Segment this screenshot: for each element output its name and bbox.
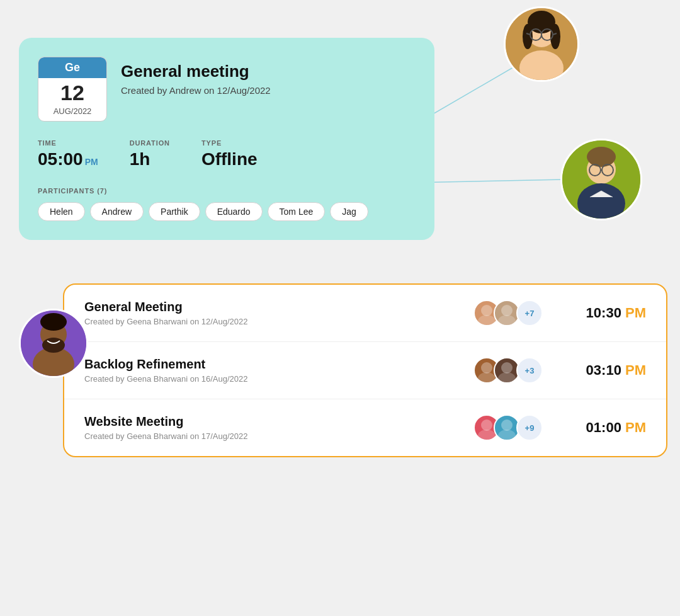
- duration-meta: DURATION 1h: [130, 139, 170, 169]
- svg-point-23: [42, 338, 65, 353]
- svg-point-36: [498, 430, 516, 440]
- svg-point-27: [501, 305, 513, 316]
- participant-tag-4[interactable]: Tom Lee: [268, 202, 326, 221]
- man-beard-avatar-image: [21, 311, 86, 376]
- meeting-list-title: Backlog Refinement: [84, 357, 473, 372]
- type-label: TYPE: [201, 139, 258, 147]
- time-suffix: PM: [625, 305, 646, 321]
- meeting-avatars: +3: [473, 357, 543, 384]
- participant-tag-5[interactable]: Jag: [330, 202, 368, 221]
- svg-point-24: [40, 313, 67, 331]
- woman-avatar-image: [506, 8, 577, 80]
- man-avatar-image: [562, 140, 640, 219]
- participant-tag-1[interactable]: Andrew: [90, 202, 144, 221]
- svg-point-34: [478, 430, 496, 440]
- svg-point-35: [501, 419, 513, 431]
- cal-month: AUG/2022: [54, 106, 92, 121]
- time-label: TIME: [38, 139, 98, 147]
- svg-point-7: [550, 24, 560, 49]
- meeting-list-created: Created by Geena Bharwani on 12/Aug/2022: [84, 317, 473, 326]
- duration-label: DURATION: [130, 139, 170, 147]
- avatar-man-glasses: [560, 139, 642, 220]
- meeting-list-info: Website MeetingCreated by Geena Bharwani…: [84, 414, 473, 441]
- cal-day: 12: [60, 78, 84, 106]
- meeting-list-info: Backlog RefinementCreated by Geena Bharw…: [84, 357, 473, 384]
- meeting-list-title: Website Meeting: [84, 414, 473, 429]
- time-value: 05:00PM: [38, 149, 98, 169]
- svg-point-29: [481, 362, 492, 374]
- svg-point-26: [478, 315, 496, 325]
- time-suffix: PM: [625, 362, 646, 378]
- avatar-count-badge: +9: [516, 414, 543, 441]
- meeting-list-title: General Meeting: [84, 300, 473, 314]
- participants-section: PARTICIPANTS (7) HelenAndrewParthikEduar…: [38, 187, 416, 221]
- avatar-count-badge: +7: [516, 300, 543, 326]
- cal-header: Ge: [38, 57, 106, 78]
- type-meta: TYPE Offline: [201, 139, 258, 169]
- meeting-avatars: +9: [473, 414, 543, 441]
- meeting-meta: TIME 05:00PM DURATION 1h TYPE Offline: [38, 139, 416, 169]
- time-meta: TIME 05:00PM: [38, 139, 98, 169]
- svg-point-28: [498, 315, 516, 325]
- meeting-list-card: General MeetingCreated by Geena Bharwani…: [63, 283, 667, 457]
- svg-point-6: [523, 24, 533, 49]
- participant-tag-2[interactable]: Parthik: [149, 202, 200, 221]
- svg-point-33: [481, 419, 492, 431]
- meeting-list-item: Backlog RefinementCreated by Geena Bharw…: [64, 342, 666, 399]
- meeting-avatars: +7: [473, 300, 543, 326]
- type-value: Offline: [201, 149, 258, 169]
- svg-point-31: [501, 362, 513, 374]
- svg-point-25: [481, 305, 492, 316]
- scene: Ge 12 AUG/2022 General meeting Created b…: [0, 0, 680, 616]
- duration-value: 1h: [130, 149, 170, 169]
- time-suffix: PM: [625, 419, 646, 435]
- participant-tag-3[interactable]: Eduardo: [205, 202, 263, 221]
- meeting-list-created: Created by Geena Bharwani on 17/Aug/2022: [84, 431, 473, 441]
- avatar-count-badge: +3: [516, 357, 543, 384]
- svg-point-30: [478, 372, 496, 382]
- svg-line-1: [412, 180, 564, 183]
- svg-point-16: [587, 147, 616, 167]
- meeting-list-info: General MeetingCreated by Geena Bharwani…: [84, 300, 473, 326]
- avatar-woman: [504, 6, 579, 82]
- meeting-detail-card: Ge 12 AUG/2022 General meeting Created b…: [19, 38, 434, 240]
- meeting-time: 01:00 PM: [558, 419, 646, 436]
- meeting-time: 03:10 PM: [558, 362, 646, 379]
- meeting-list-item: General MeetingCreated by Geena Bharwani…: [64, 285, 666, 342]
- meeting-list-item: Website MeetingCreated by Geena Bharwani…: [64, 399, 666, 456]
- svg-point-32: [498, 372, 516, 382]
- meeting-header: Ge 12 AUG/2022 General meeting Created b…: [38, 57, 416, 122]
- calendar-icon: Ge 12 AUG/2022: [38, 57, 107, 122]
- participant-tag-0[interactable]: Helen: [38, 202, 85, 221]
- meeting-time: 10:30 PM: [558, 305, 646, 321]
- avatar-man-beard: [19, 309, 88, 378]
- participants-tags: HelenAndrewParthikEduardoTom LeeJag: [38, 202, 416, 221]
- meeting-list-created: Created by Geena Bharwani on 16/Aug/2022: [84, 374, 473, 384]
- participants-label: PARTICIPANTS (7): [38, 187, 416, 195]
